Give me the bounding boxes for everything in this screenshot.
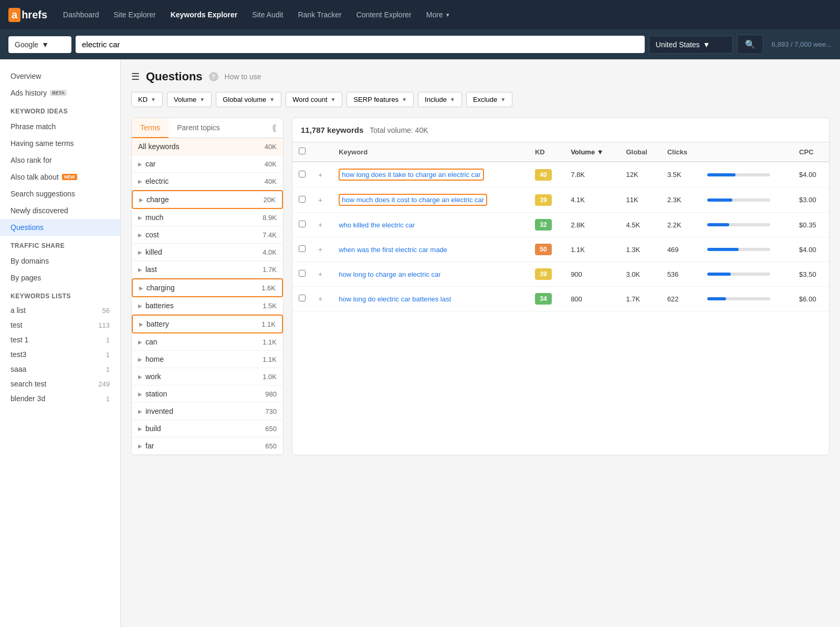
row-checkbox-cell [292, 213, 312, 237]
term-much[interactable]: ▶ much 8.9K [132, 209, 283, 226]
tab-parent-topics[interactable]: Parent topics [169, 118, 228, 138]
sidebar-item-by-pages[interactable]: By pages [0, 269, 120, 286]
term-electric[interactable]: ▶ electric 40K [132, 173, 283, 190]
term-batteries[interactable]: ▶ batteries 1.5K [132, 297, 283, 315]
sidebar-item-also-talk-about[interactable]: Also talk about NEW [0, 169, 120, 185]
term-battery[interactable]: ▶ battery 1.1K [132, 315, 283, 333]
add-keyword-icon[interactable]: + [318, 171, 322, 179]
nav-content-explorer[interactable]: Content Explorer [351, 6, 417, 23]
table-header-checkbox [292, 142, 312, 162]
table-header-clicks[interactable]: Clicks [661, 142, 701, 162]
engine-select[interactable]: Google ▼ [8, 36, 71, 53]
list-item-a-list[interactable]: a list 56 [0, 303, 120, 318]
how-to-use-link[interactable]: How to use [225, 72, 261, 81]
keyword-link[interactable]: how long does it take to charge an elect… [342, 171, 480, 179]
tab-terms[interactable]: Terms [132, 118, 169, 138]
term-charging[interactable]: ▶ charging 1.6K [132, 278, 283, 297]
nav-keywords-explorer[interactable]: Keywords Explorer [165, 6, 243, 23]
terms-collapse-icon[interactable]: ⟪ [266, 119, 283, 137]
keyword-search-input[interactable] [76, 36, 645, 53]
sidebar-item-by-domains[interactable]: By domains [0, 253, 120, 269]
nav-more[interactable]: More ▼ [421, 6, 456, 23]
filter-include[interactable]: Include ▼ [418, 92, 462, 107]
nav-site-audit[interactable]: Site Audit [247, 6, 288, 23]
term-can[interactable]: ▶ can 1.1K [132, 333, 283, 351]
term-chevron-icon: ▶ [138, 426, 142, 432]
term-killed[interactable]: ▶ killed 4.0K [132, 244, 283, 261]
keyword-link[interactable]: when was the first electric car made [339, 246, 447, 254]
nav-site-explorer[interactable]: Site Explorer [109, 6, 161, 23]
row-checkbox-cell [292, 287, 312, 311]
term-far[interactable]: ▶ far 650 [132, 437, 283, 455]
row-checkbox[interactable] [299, 295, 306, 301]
table-header-global[interactable]: Global [620, 142, 660, 162]
row-checkbox[interactable] [299, 196, 306, 203]
select-all-checkbox[interactable] [299, 148, 306, 154]
row-checkbox[interactable] [299, 270, 306, 277]
keyword-link[interactable]: who killed the electric car [339, 221, 415, 229]
row-checkbox[interactable] [299, 245, 306, 252]
row-checkbox[interactable] [299, 171, 306, 177]
term-last[interactable]: ▶ last 1.7K [132, 261, 283, 278]
term-chevron-icon: ▶ [138, 179, 142, 184]
term-home[interactable]: ▶ home 1.1K [132, 351, 283, 368]
filter-exclude[interactable]: Exclude ▼ [466, 92, 512, 107]
sidebar-item-overview[interactable]: Overview [0, 68, 120, 85]
add-keyword-icon[interactable]: + [318, 245, 322, 254]
filter-kd[interactable]: KD ▼ [131, 92, 163, 107]
term-all-keywords[interactable]: All keywords 40K [132, 138, 283, 155]
term-cost[interactable]: ▶ cost 7.4K [132, 226, 283, 244]
filter-global-volume[interactable]: Global volume ▼ [216, 92, 281, 107]
table-row: + how long to charge an electric car 39 … [292, 262, 829, 287]
list-item-test[interactable]: test 113 [0, 318, 120, 332]
row-global-cell: 3.0K [620, 262, 660, 287]
row-checkbox-cell [292, 187, 312, 213]
list-item-search-test[interactable]: search test 249 [0, 377, 120, 391]
term-charge[interactable]: ▶ charge 20K [132, 190, 283, 209]
table-header-keyword[interactable]: Keyword [332, 142, 529, 162]
term-chevron-icon: ▶ [138, 303, 142, 309]
term-work[interactable]: ▶ work 1.0K [132, 368, 283, 385]
progress-bar-container [707, 173, 770, 176]
term-station[interactable]: ▶ station 980 [132, 385, 283, 403]
term-car[interactable]: ▶ car 40K [132, 155, 283, 173]
sidebar-item-newly-discovered[interactable]: Newly discovered [0, 202, 120, 219]
list-item-test1[interactable]: test 1 1 [0, 332, 120, 347]
sidebar-item-having-same-terms[interactable]: Having same terms [0, 135, 120, 152]
new-badge: NEW [62, 174, 77, 180]
add-keyword-icon[interactable]: + [318, 270, 322, 278]
filter-volume[interactable]: Volume ▼ [167, 92, 212, 107]
term-invented[interactable]: ▶ invented 730 [132, 403, 283, 420]
keyword-link[interactable]: how much does it cost to charge an elect… [342, 196, 484, 204]
add-keyword-icon[interactable]: + [318, 295, 322, 303]
sidebar-item-search-suggestions[interactable]: Search suggestions [0, 185, 120, 202]
search-button[interactable]: 🔍 [737, 35, 763, 54]
table-header-add [312, 142, 332, 162]
term-chevron-icon: ▶ [138, 249, 142, 255]
list-item-blender-3d[interactable]: blender 3d 1 [0, 391, 120, 406]
row-volume-cell: 4.1K [564, 187, 620, 213]
sidebar-item-phrase-match[interactable]: Phrase match [0, 118, 120, 135]
term-build[interactable]: ▶ build 650 [132, 420, 283, 437]
row-kd-cell: 40 [529, 162, 564, 187]
table-header-kd[interactable]: KD [529, 142, 564, 162]
table-header-cpc[interactable]: CPC [793, 142, 829, 162]
sidebar-item-ads-history[interactable]: Ads history BETA [0, 85, 120, 101]
hamburger-icon[interactable]: ☰ [131, 71, 140, 82]
sidebar-item-also-rank-for[interactable]: Also rank for [0, 152, 120, 169]
list-item-test3[interactable]: test3 1 [0, 347, 120, 362]
nav-dashboard[interactable]: Dashboard [58, 6, 104, 23]
add-keyword-icon[interactable]: + [318, 221, 322, 229]
table-header-volume[interactable]: Volume ▼ [564, 142, 620, 162]
filter-word-count[interactable]: Word count ▼ [286, 92, 342, 107]
row-checkbox[interactable] [299, 221, 306, 227]
nav-rank-tracker[interactable]: Rank Tracker [292, 6, 346, 23]
keyword-link[interactable]: how long do electric car batteries last [339, 295, 451, 303]
logo[interactable]: a hrefs [8, 8, 47, 22]
filter-serp-features[interactable]: SERP features ▼ [346, 92, 414, 107]
sidebar-item-questions[interactable]: Questions [0, 219, 120, 236]
add-keyword-icon[interactable]: + [318, 196, 322, 204]
country-select[interactable]: United States ▼ [649, 36, 733, 54]
keyword-link[interactable]: how long to charge an electric car [339, 270, 440, 278]
list-item-saaa[interactable]: saaa 1 [0, 362, 120, 377]
